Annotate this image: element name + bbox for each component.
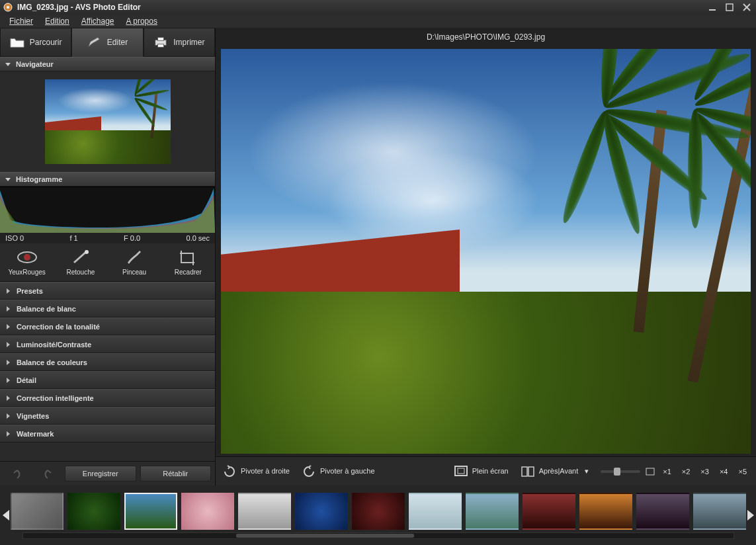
wand-icon	[70, 249, 91, 266]
panel-vignettes[interactable]: Vignettes	[0, 407, 215, 425]
histogram-header[interactable]: Histogramme	[0, 172, 215, 187]
zoom-slider[interactable]	[601, 470, 640, 473]
canvas-area: D:\Images\PHOTO\IMG_0293.jpg	[216, 28, 756, 485]
svg-point-12	[85, 250, 89, 254]
window-title: IMG_0293.jpg - AVS Photo Editor	[17, 3, 706, 12]
printer-icon	[153, 36, 168, 49]
svg-point-1	[7, 6, 9, 9]
menu-bar: Fichier Edition Affichage A propos	[0, 15, 756, 28]
svg-line-11	[74, 252, 86, 263]
eye-icon	[17, 249, 38, 266]
panel-label: Correction intelligente	[17, 394, 94, 402]
redo-button[interactable]	[34, 466, 61, 482]
chevron-right-icon	[747, 510, 754, 521]
crop-tool[interactable]: Recadrer	[165, 249, 211, 276]
panel-label: Détail	[17, 376, 36, 384]
rotate-right-icon	[222, 465, 237, 478]
zoom-x1[interactable]: ×1	[660, 466, 674, 477]
navigator-thumbnail[interactable]	[45, 79, 171, 164]
maximize-button[interactable]	[723, 2, 736, 13]
navigator-preview[interactable]	[0, 71, 215, 172]
sidebar: Parcourir Editer Imprimer Navigateur	[0, 28, 216, 485]
zoom-x5[interactable]: ×5	[735, 466, 749, 477]
navigator-label: Navigateur	[16, 60, 54, 68]
zoom-x2[interactable]: ×2	[679, 466, 693, 477]
brush-tool[interactable]: Pinceau	[111, 249, 157, 276]
strip-prev-button[interactable]	[3, 492, 9, 538]
chevron-right-icon	[7, 306, 10, 312]
panel-presets[interactable]: Presets	[0, 282, 215, 300]
chevron-right-icon	[7, 431, 10, 437]
mode-tabs: Parcourir Editer Imprimer	[0, 28, 215, 57]
reset-button[interactable]: Rétablir	[140, 466, 212, 482]
thumbnail[interactable]	[181, 493, 234, 530]
panel-label: Balance de couleurs	[17, 358, 87, 366]
panel-balance-de-blanc[interactable]: Balance de blanc	[0, 300, 215, 317]
before-after-button[interactable]: Après|Avant ▾	[521, 465, 589, 478]
rotate-right-button[interactable]: Pivoter à droite	[222, 465, 290, 478]
thumbnail[interactable]	[466, 493, 519, 530]
crop-icon	[177, 249, 198, 266]
svg-rect-13	[455, 466, 467, 476]
save-button[interactable]: Enregistrer	[65, 466, 136, 482]
panel-label: Presets	[17, 287, 43, 295]
panel-d-tail[interactable]: Détail	[0, 371, 215, 389]
rotate-left-icon	[302, 465, 316, 478]
thumbnail[interactable]	[636, 493, 689, 530]
menu-fichier[interactable]: Fichier	[4, 15, 38, 27]
thumbnail[interactable]	[409, 493, 462, 530]
rotate-left-button[interactable]: Pivoter à gauche	[302, 465, 375, 478]
menu-edition[interactable]: Edition	[40, 15, 75, 27]
svg-point-10	[24, 254, 30, 261]
panel-balance-de-couleurs[interactable]: Balance de couleurs	[0, 353, 215, 371]
panel-watermark[interactable]: Watermark	[0, 425, 215, 442]
dropdown-arrow-icon: ▾	[585, 467, 589, 476]
thumbnail[interactable]	[693, 493, 746, 530]
thumbnail[interactable]	[295, 493, 348, 530]
svg-rect-3	[726, 4, 733, 11]
thumbnail[interactable]	[238, 493, 291, 530]
chevron-right-icon	[7, 342, 10, 347]
title-bar: IMG_0293.jpg - AVS Photo Editor	[0, 0, 756, 15]
navigator-header[interactable]: Navigateur	[0, 57, 215, 71]
svg-rect-15	[522, 467, 527, 476]
strip-next-button[interactable]	[747, 492, 754, 538]
image-canvas[interactable]	[221, 49, 751, 454]
svg-rect-7	[158, 38, 164, 41]
browse-tab[interactable]: Parcourir	[0, 28, 71, 57]
print-tab[interactable]: Imprimer	[144, 28, 215, 57]
chevron-right-icon	[7, 288, 10, 294]
panel-luminosit-contraste[interactable]: Luminosité/Contraste	[0, 335, 215, 353]
panel-label: Balance de blanc	[17, 305, 76, 313]
panel-correction-intelligente[interactable]: Correction intelligente	[0, 389, 215, 407]
minimize-button[interactable]	[706, 2, 719, 13]
zoom-x4[interactable]: ×4	[717, 466, 731, 477]
sidebar-bottom: Enregistrer Rétablir	[0, 461, 215, 485]
thumbnail-scrollbar[interactable]	[22, 532, 734, 539]
redeye-tool[interactable]: YeuxRouges	[4, 249, 50, 276]
panel-label: Vignettes	[17, 412, 49, 420]
retouch-tool[interactable]: Retouche	[58, 249, 104, 276]
svg-rect-14	[458, 468, 464, 474]
panel-label: Luminosité/Contraste	[17, 341, 91, 349]
thumbnail[interactable]	[67, 493, 120, 530]
thumbnail[interactable]	[124, 493, 177, 530]
close-button[interactable]	[740, 2, 753, 13]
thumbnail[interactable]	[579, 493, 632, 530]
thumbnail[interactable]	[523, 493, 575, 530]
undo-button[interactable]	[4, 466, 30, 482]
pencil-icon	[87, 36, 102, 49]
edit-tab[interactable]: Editer	[71, 28, 143, 57]
browse-tab-label: Parcourir	[30, 38, 62, 47]
fit-icon[interactable]	[646, 468, 655, 476]
thumbnail[interactable]	[11, 493, 63, 530]
chevron-left-icon	[3, 510, 9, 521]
menu-apropos[interactable]: A propos	[121, 15, 163, 27]
thumbnail[interactable]	[352, 493, 405, 530]
panel-correction-de-la-tonalit-[interactable]: Correction de la tonalité	[0, 317, 215, 335]
fullscreen-icon	[454, 465, 468, 478]
zoom-x3[interactable]: ×3	[698, 466, 712, 477]
fullscreen-button[interactable]: Plein écran	[454, 465, 509, 478]
chevron-right-icon	[7, 396, 10, 401]
menu-affichage[interactable]: Affichage	[76, 15, 120, 27]
